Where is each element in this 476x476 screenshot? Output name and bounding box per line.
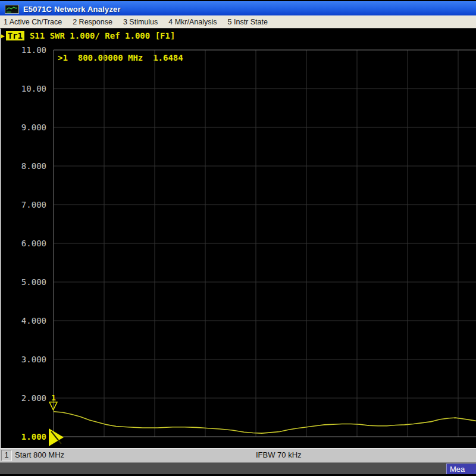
menu-item-2[interactable]: 2 Response bbox=[67, 18, 118, 26]
y-tick-label: 3.000 bbox=[15, 355, 46, 364]
taskbar: Mea bbox=[0, 462, 476, 475]
menu-item-4[interactable]: 4 Mkr/Analysis bbox=[163, 18, 222, 26]
status-bar: 1 Start 800 MHz IFBW 70 kHz bbox=[0, 448, 476, 462]
y-tick-label: 1.000 bbox=[15, 432, 46, 441]
analyzer-screen: E5071C Network Analyzer 1 Active Ch/Trac… bbox=[0, 0, 476, 476]
title-bar: E5071C Network Analyzer bbox=[0, 0, 476, 17]
y-tick-label: 10.00 bbox=[15, 84, 46, 93]
menu-item-1[interactable]: 1 Active Ch/Trace bbox=[0, 18, 67, 26]
y-tick-label: 2.000 bbox=[15, 393, 46, 403]
menu-bar: 1 Active Ch/Trace2 Response3 Stimulus4 M… bbox=[0, 15, 476, 29]
active-trace-indicator-icon: ▶ bbox=[1, 32, 5, 40]
channel-number-box: 1 bbox=[1, 450, 12, 461]
meas-taskbar-button[interactable]: Mea bbox=[446, 464, 476, 474]
y-tick-label: 4.000 bbox=[15, 316, 46, 325]
y-tick-label: 7.000 bbox=[15, 200, 46, 209]
menu-item-3[interactable]: 3 Stimulus bbox=[118, 18, 163, 26]
start-frequency-label: Start 800 MHz bbox=[15, 450, 64, 459]
display-area bbox=[0, 29, 476, 448]
ifbw-label: IFBW 70 kHz bbox=[256, 450, 302, 459]
trace-label-chip[interactable]: Tr1 bbox=[6, 31, 24, 40]
y-tick-label: 5.000 bbox=[15, 277, 46, 287]
trace-status-bar: ▶ Tr1 S11 SWR 1.000/ Ref 1.000 [F1] bbox=[1, 30, 175, 41]
window-left-edge bbox=[0, 29, 1, 448]
app-icon bbox=[5, 5, 19, 14]
window-title: E5071C Network Analyzer bbox=[23, 5, 121, 14]
marker-readout: >1 800.00000 MHz 1.6484 bbox=[58, 53, 183, 62]
menu-item-5[interactable]: 5 Instr State bbox=[223, 18, 273, 26]
y-tick-label: 8.000 bbox=[15, 161, 46, 171]
y-tick-label: 11.00 bbox=[15, 45, 46, 55]
y-tick-label: 6.000 bbox=[15, 239, 46, 248]
y-tick-label: 9.000 bbox=[15, 123, 46, 132]
trace-settings-text: S11 SWR 1.000/ Ref 1.000 [F1] bbox=[30, 31, 175, 40]
